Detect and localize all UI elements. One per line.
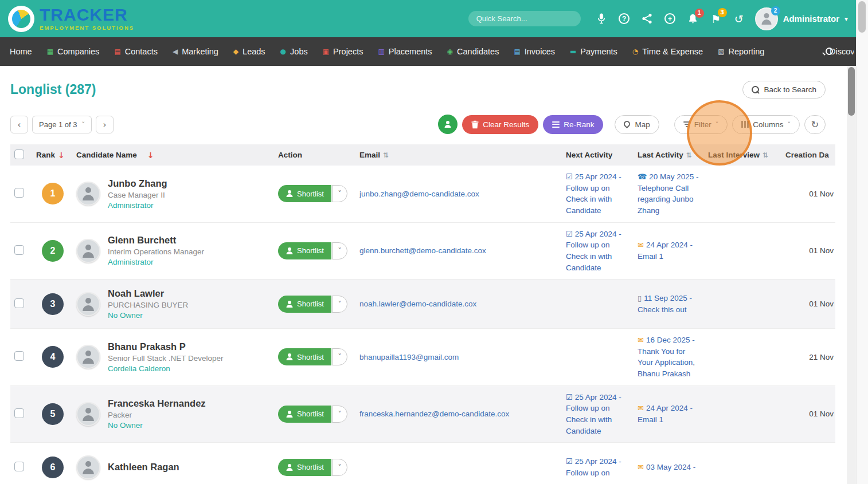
filter-button[interactable]: Filter ˅	[674, 115, 728, 134]
app-logo[interactable]: TRACKER EMPLOYMENT SOLUTIONS	[8, 6, 134, 32]
candidate-avatar[interactable]	[76, 239, 100, 263]
nav-item-reporting[interactable]: ▧ Reporting	[710, 37, 772, 66]
candidate-owner-link[interactable]: Administrator	[108, 258, 204, 266]
column-header-next-activity[interactable]: Next Activity	[566, 151, 638, 159]
next-page-button[interactable]: ›	[96, 116, 114, 133]
shortlist-dropdown-button[interactable]: ˅	[332, 459, 347, 476]
sort-icon[interactable]: ↓	[147, 151, 154, 160]
next-activity-text[interactable]: 25 Apr 2024 - Follow up on	[566, 457, 621, 477]
row-checkbox[interactable]	[14, 245, 24, 255]
nav-item-companies[interactable]: ▦ Companies	[40, 37, 107, 66]
page-select[interactable]: Page 1 of 3 ˅	[32, 116, 92, 133]
shortlist-dropdown-button[interactable]: ˅	[332, 242, 347, 259]
next-activity-text[interactable]: 25 Apr 2024 - Follow up on Check in with…	[566, 230, 621, 272]
candidate-name[interactable]: Franceska Hernandez	[108, 398, 206, 409]
next-activity-text[interactable]: 25 Apr 2024 - Follow up on Check in with…	[566, 393, 621, 435]
candidate-name[interactable]: Glenn Burchett	[108, 235, 204, 246]
flag-icon[interactable]: ⚑ 3	[705, 13, 728, 25]
candidate-email-link[interactable]: glenn.burchett@demo-candidate.cox	[359, 246, 486, 255]
map-button[interactable]: Map	[615, 115, 659, 134]
column-header-rank[interactable]: Rank ↓	[36, 151, 76, 160]
network-icon[interactable]	[636, 13, 659, 24]
column-header-action[interactable]: Action	[278, 151, 359, 159]
row-checkbox[interactable]	[14, 408, 24, 418]
candidate-owner-link[interactable]: Cordelia Calderon	[108, 364, 224, 373]
shortlist-button[interactable]: Shortlist	[278, 185, 331, 202]
row-checkbox[interactable]	[14, 462, 24, 471]
page-scrollbar[interactable]	[856, 0, 868, 484]
last-activity-text[interactable]: 16 Dec 2025 - Thank You for Your Applica…	[638, 336, 695, 378]
candidate-avatar[interactable]	[76, 402, 100, 426]
nav-item-payments[interactable]: ▬ Payments	[562, 37, 625, 66]
row-checkbox[interactable]	[14, 188, 24, 198]
shortlist-button[interactable]: Shortlist	[278, 459, 331, 476]
add-to-shortlist-button[interactable]	[438, 115, 458, 134]
column-header-last-interview[interactable]: Last Interview ⇅	[708, 151, 785, 159]
nav-item-time-expense[interactable]: ◔ Time & Expense	[625, 37, 710, 66]
nav-item-marketing[interactable]: ◀ Marketing	[165, 37, 226, 66]
sort-icon[interactable]: ⇅	[383, 151, 389, 159]
shortlist-dropdown-button[interactable]: ˅	[332, 406, 347, 423]
nav-item-contacts[interactable]: ▤ Contacts	[107, 37, 165, 66]
candidate-email-link[interactable]: noah.lawler@demo-candidate.cox	[359, 300, 476, 308]
refresh-button[interactable]: ↻	[804, 115, 826, 134]
help-icon[interactable]: ?	[613, 13, 636, 24]
nav-item-projects[interactable]: ▣ Projects	[315, 37, 371, 66]
user-menu[interactable]: 2 Administrator ▾	[755, 7, 848, 30]
column-header-last-activity[interactable]: Last Activity ⇅	[638, 151, 708, 159]
column-header-email[interactable]: Email ⇅	[359, 151, 566, 159]
shortlist-button[interactable]: Shortlist	[278, 296, 331, 313]
column-header-candidate-name[interactable]: Candidate Name ↓	[76, 151, 278, 160]
sort-icon[interactable]: ⇅	[763, 151, 768, 159]
candidate-owner-link[interactable]: No Owner	[108, 421, 206, 430]
candidate-email-link[interactable]: franceska.hernandez@demo-candidate.cox	[359, 410, 509, 418]
quick-search-input[interactable]	[468, 11, 581, 26]
sort-icon[interactable]: ⇅	[686, 151, 692, 159]
nav-item-jobs[interactable]: ● Jobs	[273, 37, 315, 66]
nav-item-candidates[interactable]: ◉ Candidates	[440, 37, 507, 66]
shortlist-button[interactable]: Shortlist	[278, 348, 331, 365]
candidate-email-link[interactable]: junbo.zhang@demo-candidate.cox	[359, 190, 479, 198]
next-activity-text[interactable]: 25 Apr 2024 - Follow up on Check in with…	[566, 172, 621, 215]
columns-button[interactable]: Columns ˅	[732, 115, 800, 134]
history-icon[interactable]: ↺	[728, 13, 750, 25]
candidate-owner-link[interactable]: Administrator	[108, 201, 167, 210]
content-scrollbar-thumb[interactable]	[848, 67, 855, 116]
row-checkbox[interactable]	[14, 351, 24, 361]
shortlist-dropdown-button[interactable]: ˅	[332, 348, 347, 365]
candidate-email-link[interactable]: bhanupailla1193@gmail.com	[359, 353, 459, 361]
column-header-creation-da[interactable]: Creation Da	[785, 151, 835, 159]
last-activity-text[interactable]: 24 Apr 2024 - Email 1	[638, 404, 693, 424]
microphone-icon[interactable]	[590, 13, 613, 25]
shortlist-button[interactable]: Shortlist	[278, 406, 331, 423]
shortlist-dropdown-button[interactable]: ˅	[332, 296, 347, 313]
select-all-checkbox[interactable]	[14, 149, 24, 159]
last-activity-text[interactable]: 24 Apr 2024 - Email 1	[638, 241, 693, 261]
last-activity-text[interactable]: 11 Sep 2025 - Check this out	[638, 294, 692, 314]
candidate-avatar[interactable]	[76, 292, 100, 316]
candidate-name[interactable]: Junbo Zhang	[108, 178, 167, 189]
shortlist-dropdown-button[interactable]: ˅	[332, 185, 347, 202]
shortlist-button[interactable]: Shortlist	[278, 242, 331, 259]
page-scrollbar-thumb[interactable]	[858, 1, 866, 33]
candidate-name[interactable]: Noah Lawler	[108, 288, 188, 299]
back-to-search-button[interactable]: Back to Search	[742, 81, 826, 99]
candidate-name[interactable]: Kathleen Ragan	[108, 462, 179, 473]
candidate-avatar[interactable]	[76, 182, 100, 206]
prev-page-button[interactable]: ‹	[10, 116, 28, 133]
nav-item-leads[interactable]: ◆ Leads	[226, 37, 273, 66]
candidate-name[interactable]: Bhanu Prakash P	[108, 341, 224, 352]
content-scrollbar[interactable]	[847, 66, 856, 484]
nav-item-discover[interactable]: Discover	[818, 37, 854, 66]
candidate-avatar[interactable]	[76, 345, 100, 369]
nav-item-home[interactable]: Home	[2, 37, 40, 66]
nav-item-invoices[interactable]: ▤ Invoices	[506, 37, 562, 66]
clear-results-button[interactable]: Clear Results	[462, 115, 538, 134]
row-checkbox[interactable]	[14, 298, 24, 308]
add-icon[interactable]: +	[659, 13, 682, 24]
rerank-button[interactable]: Re-Rank	[543, 115, 603, 134]
nav-item-placements[interactable]: ▥ Placements	[370, 37, 439, 66]
candidate-owner-link[interactable]: No Owner	[108, 311, 188, 320]
candidate-avatar[interactable]	[76, 455, 100, 479]
sort-icon[interactable]: ↓	[58, 151, 65, 160]
